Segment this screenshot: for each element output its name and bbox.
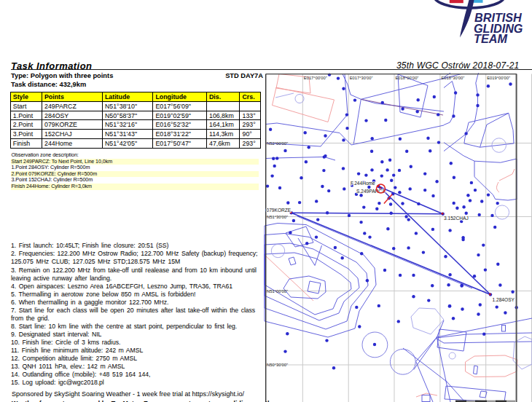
svg-text:1.284OSY: 1.284OSY	[493, 297, 515, 302]
svg-text:E018°00'00": E018°00'00"	[396, 76, 419, 80]
svg-text:E017°00'00": E017°00'00"	[304, 76, 327, 80]
svg-text:TEAM: TEAM	[474, 32, 507, 45]
svg-text:079KORZE: 079KORZE	[267, 208, 292, 213]
svg-text:E018°30'00": E018°30'00"	[441, 76, 464, 80]
svg-text:N52°00'00": N52°00'00"	[267, 141, 288, 146]
svg-text:F.244Home: F.244Home	[351, 181, 375, 186]
svg-text:E019°00'00": E019°00'00"	[487, 76, 510, 80]
svg-text:3.152CHAJ: 3.152CHAJ	[444, 216, 469, 221]
svg-text:N51°30'00": N51°30'00"	[267, 215, 288, 219]
svg-text:E017°30'00": E017°30'00"	[350, 76, 373, 80]
